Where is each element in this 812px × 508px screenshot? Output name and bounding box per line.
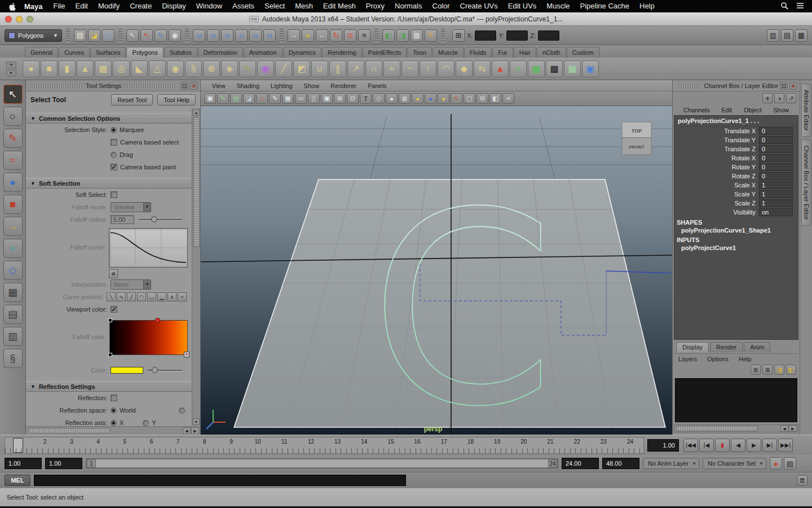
shelf-tab[interactable]: PaintEffects xyxy=(363,47,407,58)
channel-value-field[interactable]: 0 xyxy=(759,154,793,162)
scroll-right-icon[interactable]: ▶ xyxy=(789,425,797,432)
viewcube-front-label[interactable]: FRONT xyxy=(629,144,645,150)
channel-name[interactable]: Translate Z xyxy=(674,146,759,152)
playback-end-field[interactable]: 24.00 xyxy=(562,458,599,469)
shelf-tab[interactable]: Polygons xyxy=(126,47,163,58)
channel-value-field[interactable]: 0 xyxy=(759,163,793,171)
drag-radio[interactable] xyxy=(111,152,117,158)
channel-value-field[interactable]: 0 xyxy=(759,145,793,153)
animation-end-field[interactable]: 48.00 xyxy=(602,458,639,469)
viewport-menu-item[interactable]: Shading xyxy=(231,80,265,92)
reflection-space-object-radio[interactable] xyxy=(179,408,185,414)
image-viewer-icon[interactable]: ▣ xyxy=(582,60,599,77)
grease-pencil-icon[interactable]: ✎ xyxy=(269,93,281,104)
viewport-menu-item[interactable]: Panels xyxy=(362,80,392,92)
render-settings-icon[interactable]: ▦ xyxy=(411,29,423,42)
isolate-select-icon[interactable]: ↖ xyxy=(451,93,462,104)
range-slider[interactable]: 1 24 xyxy=(86,458,558,468)
shelf-tab[interactable]: Muscle xyxy=(433,47,464,58)
layer-editor-tab[interactable]: Render xyxy=(710,342,743,352)
poly-cone-icon[interactable]: ▲ xyxy=(77,60,94,77)
select-hierarchy-icon[interactable]: ↖ xyxy=(126,29,139,42)
paint-select-tool-icon[interactable]: ✎ xyxy=(3,129,23,148)
channel-name[interactable]: Visibility xyxy=(674,209,759,216)
scale-tool-icon[interactable]: ■ xyxy=(3,195,23,214)
color-swatch[interactable] xyxy=(111,367,143,374)
group-divider[interactable] xyxy=(185,29,189,42)
section-reflection-settings[interactable]: ▼ Reflection Settings xyxy=(26,381,200,392)
lock-selection-icon[interactable]: ● xyxy=(302,29,314,42)
sidebar-vertical-tab[interactable]: Attribute Editor xyxy=(801,84,811,137)
falloff-mode-dropdown[interactable]: Volume ▼ xyxy=(111,202,151,212)
frame-tick-label[interactable]: 13 xyxy=(324,439,351,445)
shelf-item-menu-icon[interactable]: ▸ xyxy=(6,69,16,76)
falloff-preset-7-icon[interactable]: ∧ xyxy=(167,292,176,301)
z-coord-input[interactable] xyxy=(538,30,559,41)
channel-name[interactable]: Rotate Z xyxy=(674,173,759,179)
extrude-icon[interactable]: ↑ xyxy=(420,60,436,77)
occlusion-icon[interactable]: ● xyxy=(438,93,449,104)
universal-manipulator-icon[interactable]: + xyxy=(3,239,23,258)
channel-value-field[interactable]: on xyxy=(759,208,793,216)
menubar-item[interactable]: Select xyxy=(259,0,290,12)
bridge-icon[interactable]: ◠ xyxy=(438,60,454,77)
poly-torus-icon[interactable]: ◎ xyxy=(113,60,130,77)
channel-speed-icon[interactable]: ◑ xyxy=(774,93,784,103)
gradient-key-delete-icon[interactable]: × xyxy=(184,352,189,357)
animation-preferences-icon[interactable]: ▤ xyxy=(784,457,796,470)
interactive-poly-cube-icon[interactable]: ▣ xyxy=(257,60,274,77)
shelf-tab-menu-icon[interactable]: ▾ xyxy=(6,62,16,68)
camera-attributes-icon[interactable]: ✎ xyxy=(217,93,229,104)
append-polygon-icon[interactable]: ◩ xyxy=(293,60,310,77)
menubar-item[interactable]: Assets xyxy=(227,0,259,12)
anim-layer-selector[interactable]: No Anim Layer ▼ xyxy=(643,458,699,469)
ipr-render-icon[interactable]: ◨ xyxy=(396,29,409,42)
scroll-left-icon[interactable]: ◀ xyxy=(183,427,191,434)
viewport-color-checkbox[interactable] xyxy=(111,306,117,313)
scroll-down-icon[interactable]: ▼ xyxy=(193,418,200,425)
range-end-handle[interactable]: 24 xyxy=(548,459,557,467)
poly-cylinder-icon[interactable]: ▮ xyxy=(59,60,76,77)
sidebar-vertical-tab[interactable]: Channel Box / Layer Editor xyxy=(801,139,811,226)
mirror-geometry-icon[interactable]: ⇆ xyxy=(474,60,491,77)
shelf-tab[interactable]: nCloth xyxy=(537,47,566,58)
panel-grip[interactable] xyxy=(125,84,175,88)
extract-icon[interactable]: ↗ xyxy=(347,60,364,77)
new-empty-layer-icon[interactable]: ◨ xyxy=(774,365,784,375)
frame-tick-label[interactable]: 24 xyxy=(617,439,643,445)
group-divider[interactable] xyxy=(118,29,122,42)
menubar-item[interactable]: Modify xyxy=(93,0,125,12)
channel-name[interactable]: Rotate X xyxy=(674,155,759,161)
shelf-tab[interactable]: Subdivs xyxy=(164,47,197,58)
falloff-radius-slider[interactable] xyxy=(139,219,182,221)
channel-name[interactable]: Scale Z xyxy=(674,200,759,207)
poly-plane-icon[interactable]: ▦ xyxy=(95,60,112,77)
paint-effects-panel-icon[interactable]: ✎ xyxy=(425,29,437,42)
tool-settings-vertical-scrollbar[interactable]: ▲ ▼ xyxy=(192,108,200,426)
combine-icon[interactable]: ∪ xyxy=(311,60,328,77)
layer-editor-menu-item[interactable]: Layers xyxy=(678,356,697,362)
falloff-preset-2-icon[interactable]: ∿ xyxy=(117,292,126,301)
separate-icon[interactable]: ∥ xyxy=(329,60,346,77)
smooth-icon[interactable]: ≈ xyxy=(383,60,400,77)
viewport-menu-item[interactable]: Lighting xyxy=(265,80,298,92)
frame-tick-label[interactable]: 7 xyxy=(165,439,191,445)
quad-draw-icon[interactable]: + xyxy=(510,60,527,77)
shelf-tab[interactable]: Toon xyxy=(407,47,432,58)
frame-tick-label[interactable]: 21 xyxy=(537,439,563,445)
field-chart-icon[interactable]: ⊞ xyxy=(334,93,346,104)
select-object-icon[interactable]: ↖ xyxy=(140,29,153,42)
split-polygon-icon[interactable]: ╱ xyxy=(275,60,292,77)
shelf-tab[interactable]: Dynamics xyxy=(283,47,321,58)
select-component-icon[interactable]: ↖ xyxy=(155,29,167,42)
tool-settings-titlebar[interactable]: Tool Settings ⊡ × xyxy=(26,80,200,91)
move-tool-icon[interactable]: ↔ xyxy=(3,217,23,236)
notification-center-icon[interactable] xyxy=(796,2,804,11)
channel-box-menu-item[interactable]: Channels xyxy=(678,104,714,116)
tool-settings-horizontal-scrollbar[interactable]: ◀ ▶ xyxy=(26,426,200,435)
scrollbar-thumb[interactable] xyxy=(193,117,200,247)
render-view-icon[interactable]: ◧ xyxy=(382,29,395,42)
poly-soccer-ball-icon[interactable]: ⊕ xyxy=(203,60,220,77)
interpolation-dropdown[interactable]: None ▼ xyxy=(111,279,151,290)
frame-tick-label[interactable]: 6 xyxy=(138,439,165,445)
